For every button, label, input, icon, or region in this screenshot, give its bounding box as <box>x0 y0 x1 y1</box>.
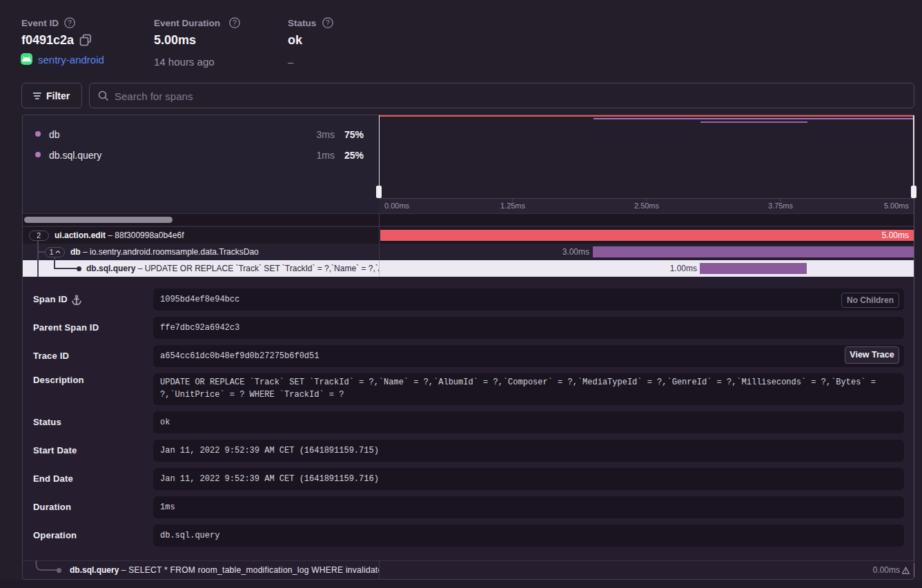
svg-text:?: ? <box>233 19 237 27</box>
svg-text:?: ? <box>68 19 72 27</box>
svg-text:?: ? <box>326 19 330 27</box>
